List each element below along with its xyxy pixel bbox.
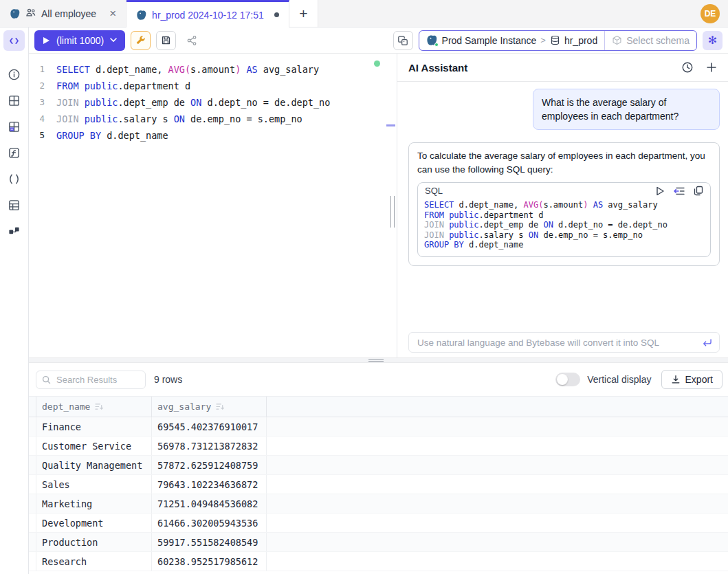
table-cell[interactable]: Marketing — [36, 494, 151, 513]
grid-left-spacer — [29, 552, 36, 571]
assistant-code-line: GROUP BY d.dept_name — [424, 240, 703, 250]
table-cell[interactable]: Finance — [36, 417, 151, 436]
share-sheet-button[interactable] — [181, 31, 201, 50]
table-cell[interactable]: 59917.551582408549 — [151, 533, 267, 551]
ai-assistant-header: AI Assistant — [397, 54, 728, 82]
ai-assistant-button[interactable]: ✻ — [703, 31, 723, 50]
insert-into-editor-icon[interactable] — [674, 186, 685, 196]
table-row[interactable]: Marketing71251.049484536082 — [29, 494, 728, 514]
row-filler — [267, 456, 728, 474]
run-query-button[interactable]: (limit 1000) — [34, 30, 125, 51]
table-cell[interactable]: 71251.049484536082 — [151, 494, 267, 513]
grid-left-spacer — [29, 397, 36, 417]
results-grid: dept_name avg_salary — [29, 396, 728, 574]
horizontal-split-handle[interactable] — [368, 359, 384, 362]
table-cell[interactable]: 61466.302005943536 — [151, 514, 267, 532]
table-cell[interactable]: Customer Service — [36, 437, 151, 455]
table-cell[interactable]: 57872.625912408759 — [151, 456, 267, 474]
editor-line: 5GROUP BY d.dept_name — [29, 127, 397, 144]
code-block-header: SQL — [418, 183, 710, 198]
tab-all-employee[interactable]: All employee × — [0, 0, 126, 27]
table-cell[interactable]: Sales — [36, 475, 151, 494]
sql-editor[interactable]: 1SELECT d.dept_name, AVG(s.amount) AS av… — [29, 54, 397, 357]
editor-line: 1SELECT d.dept_name, AVG(s.amount) AS av… — [29, 61, 397, 78]
data-grid-accent-icon[interactable] — [6, 118, 23, 135]
table-cell[interactable]: 60238.952517985612 — [151, 552, 267, 571]
openai-icon: ✻ — [708, 34, 717, 47]
ai-prompt-input[interactable] — [416, 337, 696, 349]
table-cell[interactable]: Production — [36, 533, 151, 551]
table-row[interactable]: Sales79643.102234636872 — [29, 475, 728, 494]
cube-icon — [612, 35, 622, 45]
table-cell[interactable]: Research — [36, 552, 151, 571]
table-row[interactable]: Quality Management57872.625912408759 — [29, 456, 728, 475]
table-grid-icon[interactable] — [6, 92, 23, 109]
table-cell[interactable]: Development — [36, 514, 151, 532]
search-results-input[interactable] — [55, 374, 131, 386]
postgres-icon — [136, 10, 147, 21]
vertical-split-handle[interactable] — [390, 196, 395, 228]
line-number: 2 — [29, 78, 56, 94]
grid-left-spacer — [29, 533, 36, 551]
new-chat-plus-icon[interactable] — [706, 62, 717, 73]
sort-icon[interactable] — [216, 403, 225, 410]
grid-left-spacer — [29, 456, 36, 474]
table-cell[interactable]: 79643.102234636872 — [151, 475, 267, 494]
schema-selector[interactable]: Select schema — [604, 31, 696, 50]
table-row[interactable]: Research60238.952517985612 — [29, 552, 728, 571]
run-code-icon[interactable] — [656, 186, 665, 196]
row-filler — [267, 533, 728, 551]
line-number: 1 — [29, 61, 56, 78]
column-label: avg_salary — [157, 401, 211, 412]
connection-healthy-dot — [374, 60, 380, 67]
submit-return-icon[interactable] — [702, 338, 712, 347]
search-icon — [42, 375, 51, 384]
tab-bar: All employee × hr_prod 2024-10-12 17:51 … — [0, 0, 728, 27]
breadcrumb-separator: > — [540, 35, 546, 45]
instance-database-selector[interactable]: Prod Sample Instance > hr_prod — [419, 31, 605, 50]
column-header-avg-salary[interactable]: avg_salary — [151, 397, 267, 417]
sheet-rows-icon[interactable] — [6, 197, 23, 213]
function-icon[interactable] — [6, 144, 23, 161]
results-toolbar: 9 rows Vertical display Export — [29, 363, 728, 396]
results-search-box — [36, 371, 146, 389]
table-row[interactable]: Customer Service56978.731213872832 — [29, 437, 728, 456]
vertical-display-toggle[interactable] — [555, 373, 580, 386]
schema-diagram-icon[interactable] — [6, 223, 23, 239]
copy-icon[interactable] — [694, 186, 703, 196]
sql-editor-app: All employee × hr_prod 2024-10-12 17:51 … — [0, 0, 728, 574]
table-row[interactable]: Finance69545.402376910017 — [29, 417, 728, 437]
save-sheet-button[interactable] — [156, 31, 176, 50]
database-name: hr_prod — [564, 35, 597, 46]
table-row[interactable]: Production59917.551582408549 — [29, 533, 728, 552]
parentheses-icon[interactable] — [6, 170, 23, 187]
horizontal-split-divider[interactable] — [29, 357, 728, 363]
results-grid-header: dept_name avg_salary — [29, 396, 728, 417]
sort-icon[interactable] — [95, 403, 104, 410]
new-tab-button[interactable]: + — [289, 0, 318, 27]
toggle-knob — [557, 374, 568, 385]
table-row[interactable]: Development61466.302005943536 — [29, 514, 728, 533]
line-number: 3 — [29, 94, 56, 111]
wrench-settings-button[interactable] — [131, 31, 151, 50]
row-filler — [267, 514, 728, 532]
table-cell[interactable]: Quality Management — [36, 456, 151, 474]
worksheet-panels-button[interactable] — [393, 31, 413, 50]
assistant-code-line: SELECT d.dept_name, AVG(s.amount) AS avg… — [424, 200, 703, 210]
ai-assistant-title: AI Assistant — [408, 62, 669, 74]
sql-editor-toggle-button[interactable] — [3, 30, 25, 51]
editor-line: 2FROM public.department d — [29, 78, 397, 94]
database-icon — [550, 35, 560, 45]
column-header-dept-name[interactable]: dept_name — [36, 397, 151, 417]
download-icon — [671, 375, 681, 384]
column-label: dept_name — [42, 401, 90, 412]
tab-hr-prod[interactable]: hr_prod 2024-10-12 17:51 — [126, 0, 289, 27]
close-icon[interactable]: × — [109, 8, 116, 19]
history-clock-icon[interactable] — [681, 61, 694, 74]
info-icon[interactable] — [6, 66, 23, 82]
table-cell[interactable]: 69545.402376910017 — [151, 417, 267, 436]
tabbar-spacer — [318, 0, 701, 27]
user-avatar[interactable]: DE — [701, 4, 720, 23]
table-cell[interactable]: 56978.731213872832 — [151, 437, 267, 455]
export-button[interactable]: Export — [661, 370, 723, 389]
